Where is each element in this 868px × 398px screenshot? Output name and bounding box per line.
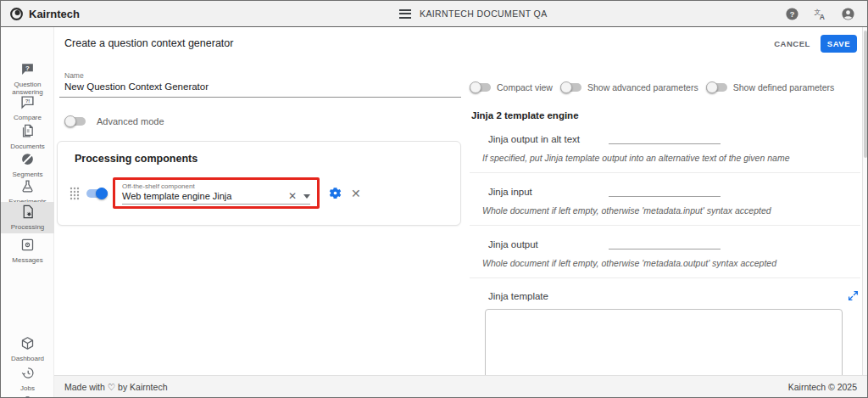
vertical-scrollbar[interactable] <box>862 27 867 375</box>
view-toggles-row: Compact view Show advanced parameters Sh… <box>470 81 860 93</box>
chevron-down-icon[interactable] <box>303 194 310 199</box>
sidebar: ? Question answering ?! Compare Document… <box>1 27 54 397</box>
app-title: KAIRNTECH DOCUMENT QA <box>420 8 548 19</box>
engine-section-title: Jinja 2 template engine <box>471 110 860 121</box>
save-button[interactable]: SAVE <box>821 35 857 53</box>
topbar-icons: ? 文A <box>785 7 855 21</box>
topbar-center: KAIRNTECH DOCUMENT QA <box>399 8 548 19</box>
drag-handle-icon[interactable] <box>70 187 80 200</box>
param-label: Jinja output <box>488 239 609 249</box>
jinja-template-textarea[interactable] <box>485 309 843 384</box>
jobs-icon <box>20 366 35 380</box>
name-field: Name <box>59 71 461 98</box>
processing-components-card: Processing components Off-the-shelf comp… <box>57 141 461 226</box>
settings-icon <box>20 395 35 398</box>
param-field-jinja-output-alt: Jinja output in alt text If specified, p… <box>470 132 860 163</box>
documents-icon <box>20 124 35 138</box>
show-advanced-parameters-toggle[interactable] <box>560 81 581 93</box>
component-enabled-toggle[interactable] <box>86 188 108 199</box>
sidebar-item-compare[interactable]: ?! Compare <box>1 92 54 121</box>
app-window: Kairntech KAIRNTECH DOCUMENT QA ? 文A ? Q… <box>0 0 868 398</box>
page-header: Create a question context generator CANC… <box>54 27 867 59</box>
advanced-mode-label: Advanced mode <box>97 116 164 126</box>
show-defined-parameters-toggle[interactable] <box>706 81 727 93</box>
svg-text:?: ? <box>25 64 30 72</box>
component-select-label: Off-the-shelf component <box>122 182 310 190</box>
jinja-template-row: Jinja template <box>470 290 860 301</box>
param-label: Jinja input <box>488 187 609 197</box>
name-field-label: Name <box>64 71 461 80</box>
param-field-jinja-input: Jinja input Whole document if left empty… <box>470 184 860 216</box>
messages-icon <box>20 238 35 252</box>
param-field-jinja-output: Jinja output Whole document if left empt… <box>470 237 860 268</box>
param-label: Jinja output in alt text <box>488 134 609 144</box>
kairntech-logo-icon <box>9 7 24 21</box>
advanced-mode-toggle[interactable] <box>64 115 86 127</box>
sidebar-item-processing[interactable]: Processing <box>1 202 54 233</box>
segments-icon <box>20 152 35 166</box>
brand[interactable]: Kairntech <box>1 7 170 21</box>
compact-view-group: Compact view <box>470 81 553 93</box>
scrollbar-thumb[interactable] <box>864 31 867 158</box>
processing-icon <box>20 205 35 219</box>
cancel-button[interactable]: CANCEL <box>774 39 810 48</box>
translate-icon[interactable]: 文A <box>813 7 827 21</box>
component-settings-gear-icon[interactable] <box>328 186 342 200</box>
remove-component-icon[interactable]: ✕ <box>351 188 361 199</box>
sidebar-item-segments[interactable]: Segments <box>1 149 54 178</box>
page-title: Create a question context generator <box>64 37 233 49</box>
sidebar-item-messages[interactable]: Messages <box>1 235 54 264</box>
jinja-template-label: Jinja template <box>488 291 548 301</box>
divider <box>470 172 860 173</box>
sidebar-item-dashboard[interactable]: Dashboard <box>1 334 54 362</box>
sidebar-item-jobs[interactable]: Jobs <box>1 363 54 392</box>
show-advanced-parameters-group: Show advanced parameters <box>560 81 698 93</box>
component-select[interactable]: Web template engine Jinja ✕ <box>122 191 310 205</box>
dashboard-icon <box>20 336 35 350</box>
param-description: Whole document if left empty, otherwise … <box>482 205 860 216</box>
account-icon[interactable] <box>841 7 855 21</box>
param-description: If specified, put Jinja template output … <box>482 153 860 163</box>
compare-icon: ?! <box>20 95 35 109</box>
parameters-panel: Compact view Show advanced parameters Sh… <box>470 81 860 384</box>
compact-view-toggle[interactable] <box>470 81 491 93</box>
menu-icon[interactable] <box>399 9 411 19</box>
show-defined-parameters-group: Show defined parameters <box>706 81 835 93</box>
clear-icon[interactable]: ✕ <box>288 191 297 201</box>
sidebar-item-question-answering[interactable]: ? Question answering <box>1 59 54 96</box>
question-answering-icon: ? <box>20 62 35 76</box>
svg-text:A: A <box>820 12 825 20</box>
footer-left-text: Made with ♡ by Kairntech <box>64 382 167 392</box>
top-bar: Kairntech KAIRNTECH DOCUMENT QA ? 文A <box>1 1 867 27</box>
param-description: Whole document if left empty, otherwise … <box>482 258 860 268</box>
jinja-output-input[interactable] <box>609 237 721 249</box>
expand-icon[interactable] <box>848 290 859 301</box>
annotation-highlight-box: Off-the-shelf component Web template eng… <box>113 177 320 209</box>
sidebar-item-settings[interactable]: Settings <box>1 392 54 398</box>
brand-name: Kairntech <box>29 8 80 20</box>
footer: Made with ♡ by Kairntech Kairntech © 202… <box>54 375 867 397</box>
help-icon[interactable]: ? <box>785 7 799 21</box>
processing-components-title: Processing components <box>58 142 460 165</box>
divider <box>470 277 860 278</box>
experiments-icon <box>20 179 35 193</box>
component-row: Off-the-shelf component Web template eng… <box>70 177 361 209</box>
footer-right-text: Kairntech © 2025 <box>788 382 857 392</box>
name-input[interactable] <box>64 81 461 92</box>
jinja-output-alt-input[interactable] <box>609 132 721 144</box>
divider <box>470 225 860 226</box>
svg-text:?!: ?! <box>25 98 31 104</box>
component-select-value: Web template engine Jinja <box>122 191 288 201</box>
main-content: Create a question context generator CANC… <box>54 27 867 397</box>
jinja-input-input[interactable] <box>609 184 721 197</box>
sidebar-item-documents[interactable]: Documents <box>1 121 54 150</box>
svg-text:?: ? <box>790 9 795 18</box>
advanced-mode-row: Advanced mode <box>64 115 164 127</box>
